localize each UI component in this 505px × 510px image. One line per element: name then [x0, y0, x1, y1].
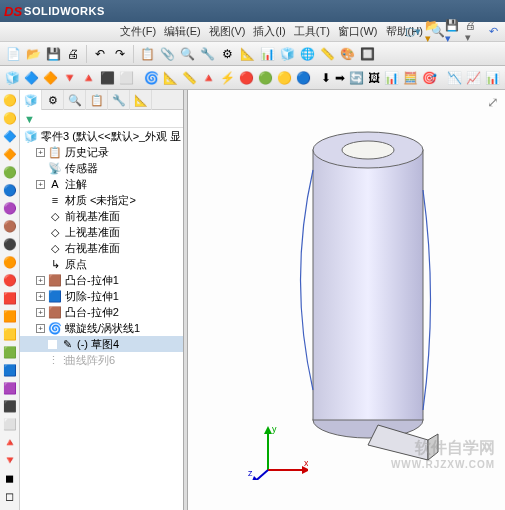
rail-btn-16[interactable]: 🟪 [2, 380, 18, 396]
funnel-icon[interactable]: ▼ [24, 113, 35, 125]
save-icon[interactable]: 💾▾ [445, 24, 461, 40]
toolbar2-btn-22[interactable]: 📊 [383, 69, 400, 87]
toolbar2-btn-5[interactable]: ⬛ [99, 69, 116, 87]
menu-view[interactable]: 视图(V) [209, 24, 246, 39]
tree-item-2[interactable]: +A注解 [20, 176, 183, 192]
toolbar2-btn-21[interactable]: 🖼 [367, 69, 381, 87]
toolbar2-btn-10[interactable]: 📏 [181, 69, 198, 87]
rail-btn-0[interactable]: 🟡 [2, 92, 18, 108]
open-icon[interactable]: 📂▾ [425, 24, 441, 40]
toolbar1-btn-2[interactable]: 💾 [44, 45, 62, 63]
panel-tab-1[interactable]: ⚙ [42, 90, 64, 110]
rail-btn-21[interactable]: ◼ [2, 470, 18, 486]
toolbar1-btn-0[interactable]: 📄 [4, 45, 22, 63]
rail-btn-17[interactable]: ⬛ [2, 398, 18, 414]
toolbar2-btn-27[interactable]: 📈 [465, 69, 482, 87]
rail-btn-12[interactable]: 🟧 [2, 308, 18, 324]
tree-item-10[interactable]: +🟫凸台-拉伸2 [20, 304, 183, 320]
undo-icon[interactable]: ↶ [485, 24, 501, 40]
orientation-triad[interactable]: y x z [248, 420, 308, 480]
rail-btn-9[interactable]: 🟠 [2, 254, 18, 270]
rail-btn-20[interactable]: 🔻 [2, 452, 18, 468]
toolbar2-btn-11[interactable]: 🔺 [200, 69, 217, 87]
toolbar2-btn-3[interactable]: 🔻 [61, 69, 78, 87]
rail-btn-3[interactable]: 🔶 [2, 146, 18, 162]
toolbar1-btn-3[interactable]: 🖨 [64, 45, 82, 63]
tree-item-8[interactable]: +🟫凸台-拉伸1 [20, 272, 183, 288]
tree-item-6[interactable]: ◇右视基准面 [20, 240, 183, 256]
toolbar1-btn-16[interactable]: 🌐 [298, 45, 316, 63]
rail-btn-15[interactable]: 🟦 [2, 362, 18, 378]
toolbar2-btn-2[interactable]: 🔶 [42, 69, 59, 87]
toolbar1-btn-10[interactable]: 🔍 [178, 45, 196, 63]
panel-tab-3[interactable]: 📋 [86, 90, 108, 110]
toolbar2-btn-18[interactable]: ⬇ [320, 69, 332, 87]
menu-file[interactable]: 文件(F) [120, 24, 156, 39]
panel-tab-2[interactable]: 🔍 [64, 90, 86, 110]
toolbar1-btn-19[interactable]: 🔲 [358, 45, 376, 63]
tree-item-3[interactable]: ≡材质 <未指定> [20, 192, 183, 208]
toolbar2-btn-20[interactable]: 🔄 [348, 69, 365, 87]
rail-btn-13[interactable]: 🟨 [2, 326, 18, 342]
print-icon[interactable]: 🖨▾ [465, 24, 481, 40]
new-icon[interactable]: ▢▾ [405, 24, 421, 40]
toolbar2-btn-24[interactable]: 🎯 [421, 69, 438, 87]
toolbar2-btn-4[interactable]: 🔺 [80, 69, 97, 87]
tree-item-1[interactable]: 📡传感器 [20, 160, 183, 176]
toolbar2-btn-1[interactable]: 🔷 [23, 69, 40, 87]
toolbar1-btn-5[interactable]: ↶ [91, 45, 109, 63]
rail-btn-18[interactable]: ⬜ [2, 416, 18, 432]
toolbar1-btn-9[interactable]: 📎 [158, 45, 176, 63]
toolbar2-btn-8[interactable]: 🌀 [143, 69, 160, 87]
menu-window[interactable]: 窗口(W) [338, 24, 378, 39]
toolbar2-btn-16[interactable]: 🔵 [295, 69, 312, 87]
toolbar2-btn-28[interactable]: 📊 [484, 69, 501, 87]
rail-btn-1[interactable]: 🟡 [2, 110, 18, 126]
panel-tab-4[interactable]: 🔧 [108, 90, 130, 110]
toolbar2-btn-19[interactable]: ➡ [334, 69, 346, 87]
toolbar2-btn-26[interactable]: 📉 [446, 69, 463, 87]
toolbar2-btn-6[interactable]: ⬜ [118, 69, 135, 87]
rail-btn-19[interactable]: 🔺 [2, 434, 18, 450]
menu-tools[interactable]: 工具(T) [294, 24, 330, 39]
expand-icon[interactable]: + [36, 180, 45, 189]
tree-item-7[interactable]: ↳原点 [20, 256, 183, 272]
toolbar2-btn-23[interactable]: 🧮 [402, 69, 419, 87]
toolbar2-btn-15[interactable]: 🟡 [276, 69, 293, 87]
toolbar1-btn-1[interactable]: 📂 [24, 45, 42, 63]
expand-icon[interactable]: + [36, 324, 45, 333]
toolbar2-btn-14[interactable]: 🟢 [257, 69, 274, 87]
rail-btn-11[interactable]: 🟥 [2, 290, 18, 306]
rail-btn-14[interactable]: 🟩 [2, 344, 18, 360]
tree-root[interactable]: 🧊 零件3 (默认<<默认>_外观 显 [20, 128, 183, 144]
tree-item-5[interactable]: ◇上视基准面 [20, 224, 183, 240]
toolbar1-btn-11[interactable]: 🔧 [198, 45, 216, 63]
rail-btn-7[interactable]: 🟤 [2, 218, 18, 234]
toolbar2-btn-0[interactable]: 🧊 [4, 69, 21, 87]
toolbar1-btn-13[interactable]: 📐 [238, 45, 256, 63]
panel-tab-0[interactable]: 🧊 [20, 90, 42, 110]
toolbar2-btn-9[interactable]: 📐 [162, 69, 179, 87]
tree-item-9[interactable]: +🟦切除-拉伸1 [20, 288, 183, 304]
toolbar1-btn-14[interactable]: 📊 [258, 45, 276, 63]
rail-btn-4[interactable]: 🟢 [2, 164, 18, 180]
tree-item-13[interactable]: ⋮⋮曲线阵列6 [20, 352, 183, 368]
rail-btn-8[interactable]: ⚫ [2, 236, 18, 252]
tree-item-4[interactable]: ◇前视基准面 [20, 208, 183, 224]
panel-tab-5[interactable]: 📐 [130, 90, 152, 110]
rail-btn-2[interactable]: 🔷 [2, 128, 18, 144]
toolbar1-btn-15[interactable]: 🧊 [278, 45, 296, 63]
toolbar1-btn-17[interactable]: 📏 [318, 45, 336, 63]
tree-item-11[interactable]: +🌀螺旋线/涡状线1 [20, 320, 183, 336]
toolbar1-btn-18[interactable]: 🎨 [338, 45, 356, 63]
toolbar1-btn-6[interactable]: ↷ [111, 45, 129, 63]
rail-btn-6[interactable]: 🟣 [2, 200, 18, 216]
rail-btn-22[interactable]: ◻ [2, 488, 18, 504]
expand-icon[interactable]: + [36, 292, 45, 301]
rail-btn-10[interactable]: 🔴 [2, 272, 18, 288]
toolbar1-btn-12[interactable]: ⚙ [218, 45, 236, 63]
rail-btn-5[interactable]: 🔵 [2, 182, 18, 198]
tree-item-12[interactable]: ✎(-) 草图4 [20, 336, 183, 352]
expand-icon[interactable]: + [36, 148, 45, 157]
toolbar2-btn-12[interactable]: ⚡ [219, 69, 236, 87]
